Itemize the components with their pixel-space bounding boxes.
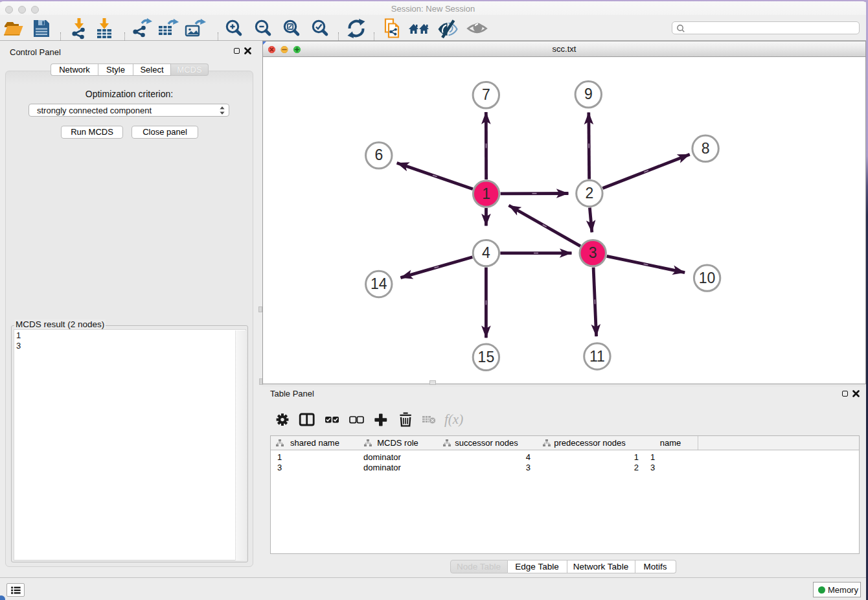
svg-text:2: 2 bbox=[586, 185, 594, 202]
svg-text:14: 14 bbox=[371, 275, 387, 292]
svg-text:6: 6 bbox=[374, 146, 383, 163]
svg-text:4: 4 bbox=[482, 244, 490, 261]
svg-text:7: 7 bbox=[482, 86, 490, 103]
svg-text:11: 11 bbox=[589, 348, 605, 365]
svg-text:3: 3 bbox=[589, 244, 597, 261]
svg-text:1: 1 bbox=[482, 185, 490, 202]
svg-text:9: 9 bbox=[584, 86, 593, 102]
svg-text:10: 10 bbox=[699, 270, 716, 286]
svg-text:8: 8 bbox=[702, 140, 710, 157]
svg-text:15: 15 bbox=[478, 349, 495, 365]
svg-text:f(x): f(x) bbox=[444, 412, 463, 427]
